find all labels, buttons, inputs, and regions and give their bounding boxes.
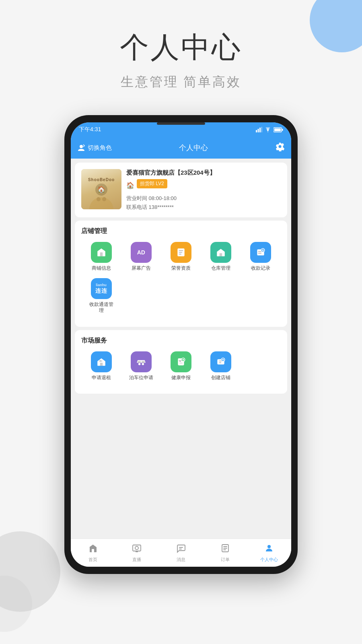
svg-rect-1 — [258, 129, 259, 132]
status-icons — [256, 127, 283, 132]
page-title: 个人中心 — [0, 28, 362, 67]
user-switch-icon — [77, 144, 85, 152]
payment-record-label: 收款记录 — [251, 265, 270, 272]
nav-live[interactable]: 直播 — [115, 543, 159, 563]
parking-apply-item[interactable]: 泊车位申请 — [121, 351, 161, 381]
warehouse-item[interactable]: 仓库管理 — [201, 242, 241, 272]
svg-point-18 — [142, 363, 144, 365]
nav-live-label: 直播 — [132, 557, 141, 563]
nav-profile-label: 个人中心 — [260, 557, 278, 563]
svg-rect-28 — [92, 549, 94, 552]
shop-management-grid: 商铺信息 AD 屏幕广告 — [81, 242, 281, 320]
apply-quit-item[interactable]: 申请退租 — [81, 351, 121, 381]
store-info: 爱喜猫官方旗舰店【23区204号】 🏠 担货郎 LV2 营业时间 08:00-1… — [126, 169, 281, 211]
honor-cert-item[interactable]: 荣誉资质 — [161, 242, 201, 272]
screen-ad-icon: AD — [131, 242, 152, 263]
svg-rect-11 — [179, 252, 183, 253]
svg-rect-3 — [261, 127, 263, 132]
nav-message-label: 消息 — [177, 557, 185, 563]
svg-rect-19 — [138, 361, 141, 363]
screen-ad-label: 屏幕广告 — [132, 265, 151, 272]
shop-management-section: 店铺管理 商铺信息 AD — [75, 221, 287, 327]
store-img-arch — [89, 197, 113, 209]
apply-quit-icon — [91, 351, 112, 372]
app-header: 切换角色 个人中心 — [71, 137, 291, 159]
svg-point-7 — [80, 145, 83, 148]
store-badge-label: 担货郎 LV2 — [140, 180, 164, 187]
health-report-label: 健康申报 — [171, 375, 191, 381]
svg-rect-22 — [179, 363, 183, 363]
nav-home-label: 首页 — [88, 557, 97, 563]
home-icon — [88, 543, 98, 555]
phone-notch — [157, 122, 205, 125]
health-report-icon — [171, 351, 191, 372]
svg-rect-15 — [258, 253, 262, 254]
order-icon — [220, 543, 230, 555]
payment-channel-icon: lianhu 连连 — [91, 278, 112, 299]
status-time: 下午4:31 — [79, 126, 101, 133]
market-services-title: 市场服务 — [81, 336, 281, 345]
create-store-item[interactable]: 创建店铺 — [201, 351, 241, 381]
svg-rect-2 — [259, 128, 261, 132]
svg-rect-5 — [274, 128, 281, 131]
user-icon — [264, 543, 274, 555]
bottom-padding — [71, 397, 291, 405]
header-title: 个人中心 — [179, 143, 208, 153]
store-name: 爱喜猫官方旗舰店【23区204号】 — [126, 169, 281, 177]
switch-role-button[interactable]: 切换角色 — [77, 144, 112, 152]
warehouse-icon — [210, 242, 231, 263]
nav-message[interactable]: 消息 — [159, 543, 203, 563]
chat-icon — [176, 543, 186, 555]
market-services-section: 市场服务 申请退租 — [75, 330, 287, 394]
svg-point-17 — [138, 363, 140, 365]
svg-rect-20 — [142, 361, 145, 363]
payment-record-icon — [250, 242, 271, 263]
store-img-logo: ShooBeDoo — [88, 178, 115, 182]
shop-info-icon — [91, 242, 112, 263]
switch-role-label: 切换角色 — [88, 144, 112, 152]
health-report-item[interactable]: 健康申报 — [161, 351, 201, 381]
phone-frame: 下午4:31 — [64, 115, 298, 574]
svg-rect-6 — [282, 129, 283, 131]
nav-order-label: 订单 — [221, 557, 230, 563]
wifi-icon — [265, 127, 271, 132]
svg-rect-10 — [179, 250, 183, 251]
svg-point-32 — [267, 545, 271, 548]
apply-quit-label: 申请退租 — [92, 375, 111, 381]
bottom-nav: 首页 直播 — [71, 539, 291, 567]
svg-point-30 — [135, 546, 138, 549]
create-store-icon — [210, 351, 231, 372]
store-hours: 营业时间 08:00-18:00 — [126, 195, 281, 202]
screen-ad-item[interactable]: AD 屏幕广告 — [121, 242, 161, 272]
store-card[interactable]: ShooBeDoo 🏠 爱喜猫官方旗舰店【23区204 — [75, 163, 287, 217]
tv-icon — [132, 543, 142, 555]
nav-home[interactable]: 首页 — [71, 543, 115, 563]
svg-rect-26 — [219, 362, 221, 363]
payment-channel-label: 收款通道管 理 — [89, 301, 113, 314]
scroll-content: ShooBeDoo 🏠 爱喜猫官方旗舰店【23区204 — [71, 159, 291, 539]
market-services-grid: 申请退租 — [81, 351, 281, 388]
payment-record-item[interactable]: 收款记录 — [241, 242, 281, 272]
shop-info-item[interactable]: 商铺信息 — [81, 242, 121, 272]
shop-info-label: 商铺信息 — [92, 265, 111, 272]
store-badge: 担货郎 LV2 — [137, 179, 167, 188]
store-img-inner: ShooBeDoo 🏠 — [81, 169, 121, 209]
shop-management-title: 店铺管理 — [81, 227, 281, 235]
store-phone: 联系电话 138******** — [126, 204, 281, 211]
gear-icon — [275, 142, 285, 151]
payment-channel-item[interactable]: lianhu 连连 收款通道管 理 — [81, 278, 121, 314]
honor-cert-icon — [171, 242, 191, 263]
parking-apply-label: 泊车位申请 — [129, 375, 153, 381]
honor-cert-label: 荣誉资质 — [171, 265, 191, 272]
svg-rect-29 — [133, 545, 141, 551]
settings-button[interactable] — [275, 142, 285, 154]
svg-rect-8 — [100, 252, 103, 256]
page-subtitle: 生意管理 简单高效 — [0, 73, 362, 91]
nav-profile[interactable]: 个人中心 — [247, 543, 291, 563]
phone-wrapper: 下午4:31 — [0, 107, 362, 574]
parking-apply-icon — [131, 351, 152, 372]
create-store-label: 创建店铺 — [211, 375, 230, 381]
svg-rect-0 — [256, 130, 257, 132]
svg-rect-12 — [179, 254, 182, 254]
nav-order[interactable]: 订单 — [203, 543, 247, 563]
